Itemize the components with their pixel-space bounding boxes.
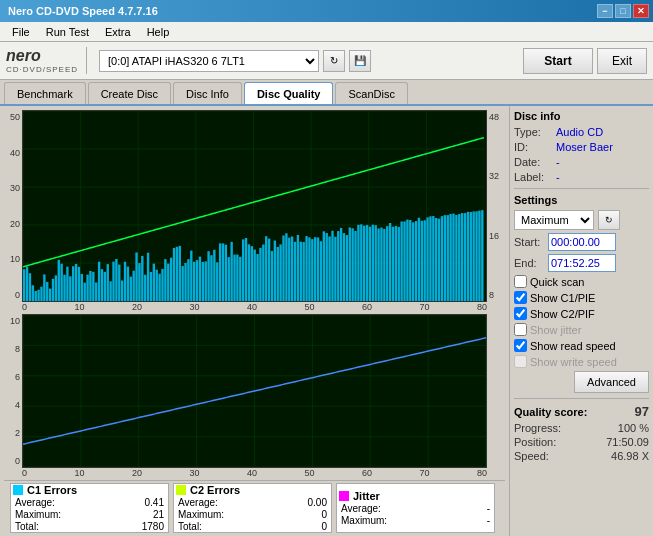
legend-jitter: Jitter Average: - Maximum: - bbox=[336, 483, 495, 533]
logo-subtext: CD·DVD/SPEED bbox=[6, 65, 78, 74]
menu-file[interactable]: File bbox=[4, 24, 38, 40]
show-read-checkbox[interactable] bbox=[514, 339, 527, 352]
start-time-input[interactable] bbox=[548, 233, 616, 251]
bottom-chart bbox=[22, 314, 487, 468]
toolbar: nero CD·DVD/SPEED [0:0] ATAPI iHAS320 6 … bbox=[0, 42, 653, 80]
disc-type-row: Type: Audio CD bbox=[514, 126, 649, 138]
tab-scandisc[interactable]: ScanDisc bbox=[335, 82, 407, 104]
y-axis-left-top: 50403020100 bbox=[4, 110, 22, 302]
show-jitter-row: Show jitter bbox=[514, 323, 649, 336]
legend-c1: C1 Errors Average: 0.41 Maximum: 21 Tota… bbox=[10, 483, 169, 533]
save-button[interactable]: 💾 bbox=[349, 50, 371, 72]
disc-label-row: Label: - bbox=[514, 171, 649, 183]
legend-c2: C2 Errors Average: 0.00 Maximum: 0 Total… bbox=[173, 483, 332, 533]
jitter-label: Jitter bbox=[353, 490, 380, 502]
c1-color bbox=[13, 485, 23, 495]
window-title: Nero CD-DVD Speed 4.7.7.16 bbox=[8, 5, 158, 17]
nero-logo: nero CD·DVD/SPEED bbox=[6, 47, 87, 74]
quality-score-row: Quality score: 97 bbox=[514, 404, 649, 419]
quick-scan-row: Quick scan bbox=[514, 275, 649, 288]
advanced-button[interactable]: Advanced bbox=[574, 371, 649, 393]
position-row: Position: 71:50.09 bbox=[514, 436, 649, 448]
x-axis-top: 01020304050607080 bbox=[4, 302, 505, 312]
disc-date-row: Date: - bbox=[514, 156, 649, 168]
show-write-row: Show write speed bbox=[514, 355, 649, 368]
tabs-bar: Benchmark Create Disc Disc Info Disc Qua… bbox=[0, 80, 653, 106]
top-chart-wrapper: 50403020100 4832168 01020304050607080 bbox=[4, 110, 505, 312]
jitter-color bbox=[339, 491, 349, 501]
main-content: 50403020100 4832168 01020304050607080 10… bbox=[0, 106, 653, 536]
speed-setting-row: Maximum ↻ bbox=[514, 210, 649, 230]
charts-area: 50403020100 4832168 01020304050607080 10… bbox=[0, 106, 509, 536]
speed-select[interactable]: Maximum bbox=[514, 210, 594, 230]
bottom-chart-wrapper: 1086420 01020304050607080 bbox=[4, 314, 505, 478]
window-controls: − □ ✕ bbox=[597, 4, 649, 18]
show-c2-checkbox[interactable] bbox=[514, 307, 527, 320]
y-axis-left-bottom: 1086420 bbox=[4, 314, 22, 468]
c2-color bbox=[176, 485, 186, 495]
tab-disc-quality[interactable]: Disc Quality bbox=[244, 82, 334, 104]
y-axis-right-bottom bbox=[487, 314, 505, 468]
refresh-button[interactable]: ↻ bbox=[323, 50, 345, 72]
tab-benchmark[interactable]: Benchmark bbox=[4, 82, 86, 104]
logo-text: nero bbox=[6, 47, 78, 65]
close-button[interactable]: ✕ bbox=[633, 4, 649, 18]
y-axis-right-top: 4832168 bbox=[487, 110, 505, 302]
tab-disc-info[interactable]: Disc Info bbox=[173, 82, 242, 104]
titlebar: Nero CD-DVD Speed 4.7.7.16 − □ ✕ bbox=[0, 0, 653, 22]
progress-row: Progress: 100 % bbox=[514, 422, 649, 434]
settings-title: Settings bbox=[514, 194, 649, 206]
tab-create-disc[interactable]: Create Disc bbox=[88, 82, 171, 104]
end-time-input[interactable] bbox=[548, 254, 616, 272]
menu-runtest[interactable]: Run Test bbox=[38, 24, 97, 40]
start-time-row: Start: bbox=[514, 233, 649, 251]
speed-row: Speed: 46.98 X bbox=[514, 450, 649, 462]
quick-scan-checkbox[interactable] bbox=[514, 275, 527, 288]
disc-info-title: Disc info bbox=[514, 110, 649, 122]
show-read-row: Show read speed bbox=[514, 339, 649, 352]
menu-help[interactable]: Help bbox=[139, 24, 178, 40]
top-chart bbox=[22, 110, 487, 302]
show-c1-checkbox[interactable] bbox=[514, 291, 527, 304]
start-button[interactable]: Start bbox=[523, 48, 593, 74]
c1-label: C1 Errors bbox=[27, 484, 77, 496]
minimize-button[interactable]: − bbox=[597, 4, 613, 18]
legend-area: C1 Errors Average: 0.41 Maximum: 21 Tota… bbox=[4, 480, 505, 535]
show-write-checkbox[interactable] bbox=[514, 355, 527, 368]
progress-section: Progress: 100 % Position: 71:50.09 Speed… bbox=[514, 422, 649, 462]
show-c2-row: Show C2/PIF bbox=[514, 307, 649, 320]
exit-button[interactable]: Exit bbox=[597, 48, 647, 74]
end-time-row: End: bbox=[514, 254, 649, 272]
show-jitter-checkbox[interactable] bbox=[514, 323, 527, 336]
show-c1-row: Show C1/PIE bbox=[514, 291, 649, 304]
speed-refresh-button[interactable]: ↻ bbox=[598, 210, 620, 230]
disc-id-row: ID: Moser Baer bbox=[514, 141, 649, 153]
drive-select[interactable]: [0:0] ATAPI iHAS320 6 7LT1 bbox=[99, 50, 319, 72]
maximize-button[interactable]: □ bbox=[615, 4, 631, 18]
menubar: File Run Test Extra Help bbox=[0, 22, 653, 42]
x-axis-bottom: 01020304050607080 bbox=[4, 468, 505, 478]
right-panel: Disc info Type: Audio CD ID: Moser Baer … bbox=[509, 106, 653, 536]
menu-extra[interactable]: Extra bbox=[97, 24, 139, 40]
c2-label: C2 Errors bbox=[190, 484, 240, 496]
